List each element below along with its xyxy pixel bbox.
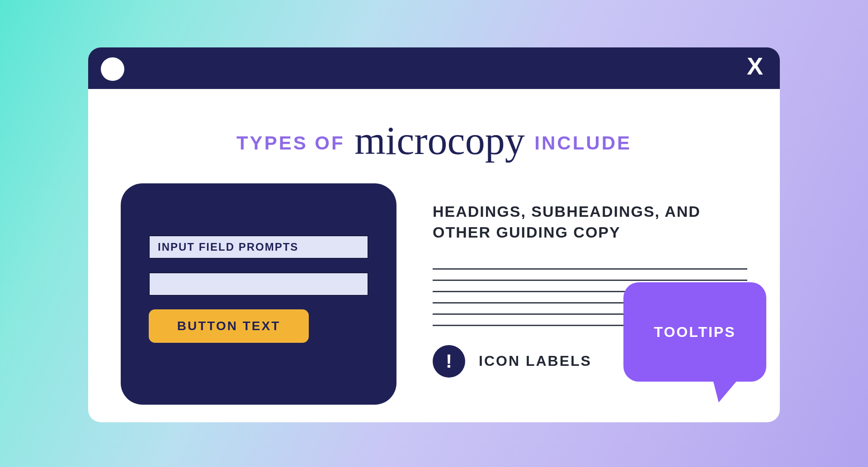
example-button[interactable]: BUTTON TEXT (149, 309, 309, 343)
tooltip-tail-icon (707, 375, 742, 402)
window-titlebar: X (88, 47, 780, 89)
icon-label-text: ICON LABELS (479, 353, 592, 369)
form-card: INPUT FIELD PROMPTS BUTTON TEXT (121, 183, 396, 405)
input-field-prompts[interactable]: INPUT FIELD PROMPTS (149, 235, 368, 259)
example-button-label: BUTTON TEXT (177, 319, 280, 333)
window-control-dot-icon (101, 57, 124, 81)
browser-window: X TYPES OF microcopy INCLUDE INPUT FIELD… (88, 47, 780, 422)
page-headline: TYPES OF microcopy INCLUDE (88, 113, 780, 159)
exclamation-icon: ! (433, 345, 465, 378)
text-line (433, 268, 747, 270)
input-field-label: INPUT FIELD PROMPTS (158, 241, 298, 253)
headline-script: microcopy (352, 119, 527, 163)
window-close-button[interactable]: X (747, 52, 764, 80)
tooltip-label: TOOLTIPS (623, 324, 766, 341)
headline-suffix: INCLUDE (534, 132, 632, 154)
headline-prefix: TYPES OF (236, 132, 345, 154)
input-field-blank[interactable] (149, 272, 368, 296)
tooltip-bubble: TOOLTIPS (623, 282, 766, 382)
guiding-copy-heading: HEADINGS, SUBHEADINGS, AND OTHER GUIDING… (433, 201, 713, 243)
text-line (433, 280, 747, 281)
